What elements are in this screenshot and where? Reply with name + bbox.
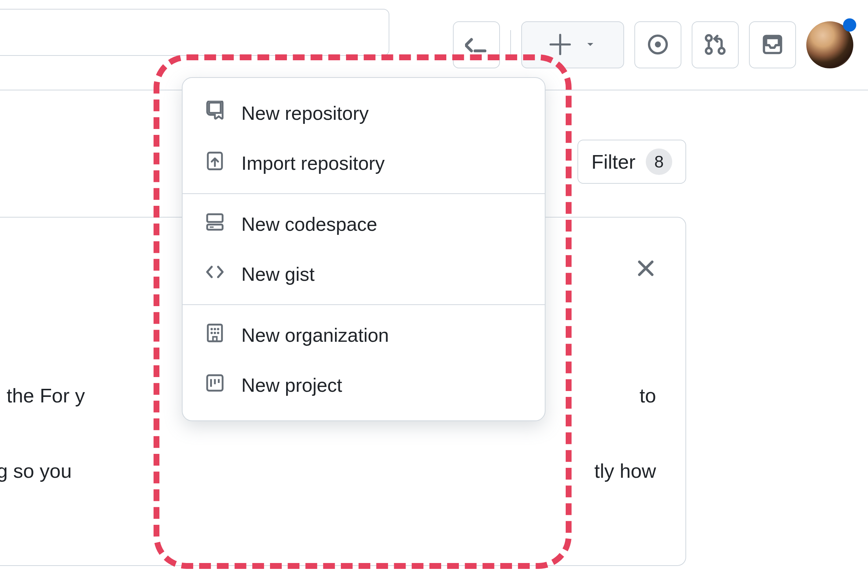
header-divider: [510, 30, 511, 59]
menu-item-label: New organization: [241, 324, 389, 346]
plus-icon: [549, 34, 571, 56]
svg-point-4: [706, 48, 712, 54]
svg-point-11: [211, 328, 213, 330]
svg-point-5: [719, 48, 725, 54]
menu-item-new-gist[interactable]: New gist: [183, 249, 545, 299]
filter-button[interactable]: Filter 8: [577, 140, 686, 184]
svg-point-16: [217, 332, 219, 334]
code-icon: [205, 261, 225, 287]
search-input[interactable]: [0, 9, 390, 56]
menu-item-label: New project: [241, 374, 342, 396]
git-pull-request-icon: [704, 33, 726, 57]
menu-item-label: New repository: [241, 102, 369, 124]
menu-item-new-organization[interactable]: New organization: [183, 310, 545, 360]
menu-item-label: Import repository: [241, 152, 385, 174]
svg-rect-8: [207, 225, 223, 230]
triangle-down-icon: [585, 38, 596, 52]
command-palette-button[interactable]: [453, 21, 500, 68]
create-menu-button[interactable]: [521, 21, 624, 68]
svg-rect-9: [210, 226, 214, 228]
user-avatar[interactable]: [806, 21, 853, 68]
filter-label: Filter: [591, 150, 635, 173]
pull-requests-button[interactable]: [692, 21, 739, 68]
issue-opened-icon: [647, 33, 669, 57]
repo-icon: [205, 101, 225, 126]
project-icon: [205, 373, 225, 397]
inbox-icon: [761, 33, 784, 57]
menu-item-new-repository[interactable]: New repository: [183, 88, 545, 138]
organization-icon: [205, 323, 225, 348]
svg-point-12: [214, 328, 216, 330]
menu-separator: [183, 304, 545, 305]
menu-item-new-codespace[interactable]: New codespace: [183, 199, 545, 249]
menu-item-label: New codespace: [241, 213, 377, 235]
notifications-button[interactable]: [749, 21, 796, 68]
repo-push-icon: [205, 151, 225, 176]
svg-rect-17: [213, 337, 217, 341]
create-menu-dropdown: New repository Import repository New cod…: [182, 77, 545, 421]
x-icon: [635, 273, 656, 280]
filter-count-badge: 8: [646, 148, 672, 175]
codespaces-icon: [205, 212, 225, 237]
menu-item-label: New gist: [241, 263, 314, 285]
svg-point-15: [214, 332, 216, 334]
svg-rect-7: [207, 214, 223, 222]
close-button[interactable]: [635, 258, 656, 280]
notification-dot-icon: [843, 18, 856, 32]
svg-point-2: [655, 41, 661, 47]
issues-button[interactable]: [634, 21, 681, 68]
svg-point-14: [211, 332, 213, 334]
menu-item-import-repository[interactable]: Import repository: [183, 138, 545, 188]
svg-point-13: [217, 328, 219, 330]
menu-item-new-project[interactable]: New project: [183, 360, 545, 410]
menu-separator: [183, 193, 545, 194]
terminal-icon: [465, 33, 488, 57]
svg-point-3: [706, 35, 712, 41]
